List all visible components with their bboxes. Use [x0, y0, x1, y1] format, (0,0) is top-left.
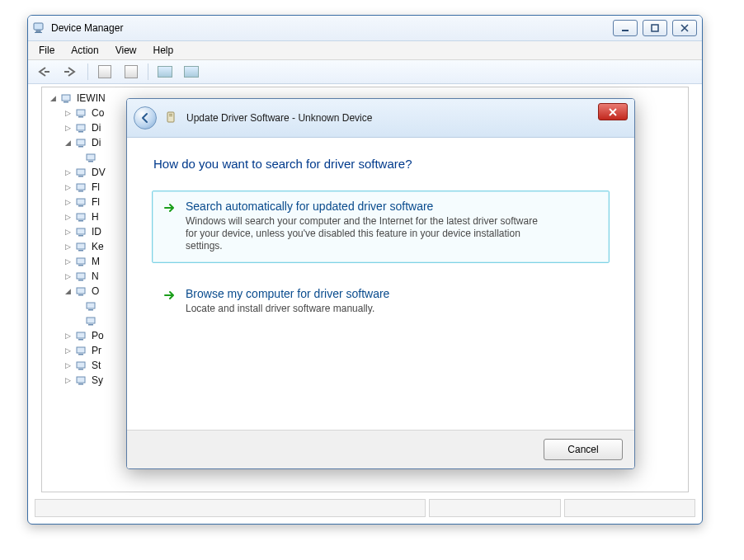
- svg-rect-30: [78, 265, 83, 266]
- device-icon: [75, 210, 88, 224]
- expand-icon[interactable]: ▷: [64, 198, 72, 206]
- dm-statusbar: [35, 499, 695, 517]
- svg-rect-8: [64, 101, 68, 103]
- maximize-button[interactable]: [643, 20, 667, 36]
- minimize-button[interactable]: [613, 20, 638, 36]
- svg-rect-33: [77, 288, 85, 294]
- expand-icon[interactable]: ▷: [64, 346, 72, 355]
- expand-icon[interactable]: [73, 153, 82, 162]
- menu-action[interactable]: Action: [64, 43, 106, 58]
- toolbar-btn-1[interactable]: [93, 62, 116, 82]
- dm-toolbar: [28, 60, 702, 84]
- svg-rect-24: [78, 220, 83, 222]
- tree-item-label: N: [92, 269, 99, 284]
- tree-item-label: St: [92, 358, 101, 373]
- toolbar-btn-2[interactable]: [120, 62, 143, 82]
- tree-item-label: Co: [92, 106, 104, 120]
- device-icon: [75, 240, 88, 253]
- svg-rect-18: [78, 176, 83, 177]
- collapse-icon[interactable]: ◢: [49, 94, 57, 102]
- device-icon: [75, 270, 88, 283]
- svg-rect-28: [78, 250, 83, 252]
- toolbar-forward-button[interactable]: [59, 62, 82, 82]
- device-icon: [60, 92, 73, 105]
- svg-rect-44: [78, 369, 83, 370]
- svg-rect-38: [88, 324, 93, 326]
- svg-rect-3: [622, 30, 629, 31]
- expand-icon[interactable]: ▷: [64, 361, 72, 369]
- expand-icon[interactable]: ▷: [64, 332, 72, 340]
- expand-icon[interactable]: ▷: [64, 168, 72, 176]
- dialog-title-text: Update Driver Software - Unknown Device: [186, 112, 372, 124]
- toolbar-btn-3[interactable]: [153, 62, 177, 82]
- collapse-icon[interactable]: ◢: [64, 139, 72, 147]
- expand-icon[interactable]: ▷: [64, 228, 72, 236]
- svg-rect-46: [78, 384, 83, 385]
- svg-rect-12: [78, 131, 83, 133]
- dm-menubar: File Action View Help: [28, 41, 702, 60]
- toolbar-btn-4[interactable]: [180, 62, 203, 82]
- svg-rect-2: [35, 32, 42, 33]
- svg-rect-45: [77, 377, 85, 383]
- expand-icon[interactable]: ▷: [64, 272, 72, 280]
- toolbar-back-button[interactable]: [33, 62, 56, 82]
- svg-rect-43: [77, 362, 85, 368]
- svg-rect-34: [78, 294, 83, 296]
- expand-icon[interactable]: ▷: [64, 109, 72, 117]
- tree-item-label: Ke: [92, 239, 104, 254]
- svg-rect-13: [77, 139, 85, 145]
- tree-item-label: Di: [92, 120, 101, 135]
- tree-item-label: M: [92, 254, 100, 269]
- svg-rect-26: [78, 235, 83, 237]
- svg-rect-39: [77, 332, 85, 338]
- menu-file[interactable]: File: [31, 43, 62, 58]
- svg-rect-9: [77, 110, 85, 115]
- device-icon: [75, 344, 88, 357]
- expand-icon[interactable]: ▷: [64, 376, 72, 384]
- option1-desc: Windows will search your computer and th…: [186, 215, 540, 252]
- svg-rect-17: [77, 169, 85, 175]
- cancel-button[interactable]: Cancel: [544, 439, 623, 460]
- device-icon: [85, 299, 98, 313]
- svg-rect-20: [78, 191, 83, 192]
- device-icon: [75, 255, 88, 268]
- svg-rect-4: [652, 25, 658, 31]
- option-browse-computer[interactable]: Browse my computer for driver software L…: [152, 278, 610, 326]
- expand-icon[interactable]: [73, 317, 82, 325]
- close-button[interactable]: [672, 20, 697, 36]
- dialog-footer: Cancel: [127, 430, 634, 468]
- svg-rect-0: [34, 23, 43, 30]
- svg-rect-7: [62, 95, 70, 101]
- tree-item-label: O: [92, 284, 99, 299]
- device-icon: [75, 285, 88, 298]
- expand-icon[interactable]: ▷: [64, 124, 72, 132]
- tree-item-label: IEWIN: [77, 91, 106, 106]
- dialog-close-button[interactable]: [598, 103, 628, 120]
- menu-help[interactable]: Help: [146, 43, 181, 58]
- svg-rect-1: [36, 31, 40, 32]
- menu-view[interactable]: View: [108, 43, 144, 58]
- expand-icon[interactable]: ▷: [64, 213, 72, 221]
- option-search-automatically[interactable]: Search automatically for updated driver …: [152, 191, 610, 263]
- svg-rect-22: [78, 205, 83, 207]
- expand-icon[interactable]: [73, 302, 82, 310]
- svg-rect-19: [77, 184, 85, 190]
- svg-rect-15: [87, 154, 95, 160]
- device-icon: [75, 374, 88, 387]
- collapse-icon[interactable]: ◢: [64, 287, 72, 295]
- expand-icon[interactable]: ▷: [64, 183, 72, 191]
- svg-rect-41: [77, 347, 85, 353]
- expand-icon[interactable]: ▷: [64, 242, 72, 251]
- tree-item-label: Fl: [92, 195, 100, 209]
- device-icon: [85, 314, 98, 327]
- svg-rect-21: [77, 199, 85, 205]
- dialog-device-icon: [165, 111, 178, 125]
- svg-rect-5: [45, 71, 49, 73]
- svg-rect-27: [77, 243, 85, 249]
- option1-title: Search automatically for updated driver …: [186, 200, 540, 213]
- svg-rect-36: [88, 309, 93, 311]
- device-icon: [75, 121, 88, 134]
- expand-icon[interactable]: ▷: [64, 257, 72, 266]
- option2-title: Browse my computer for driver software: [186, 287, 389, 300]
- dialog-back-button[interactable]: [134, 106, 157, 129]
